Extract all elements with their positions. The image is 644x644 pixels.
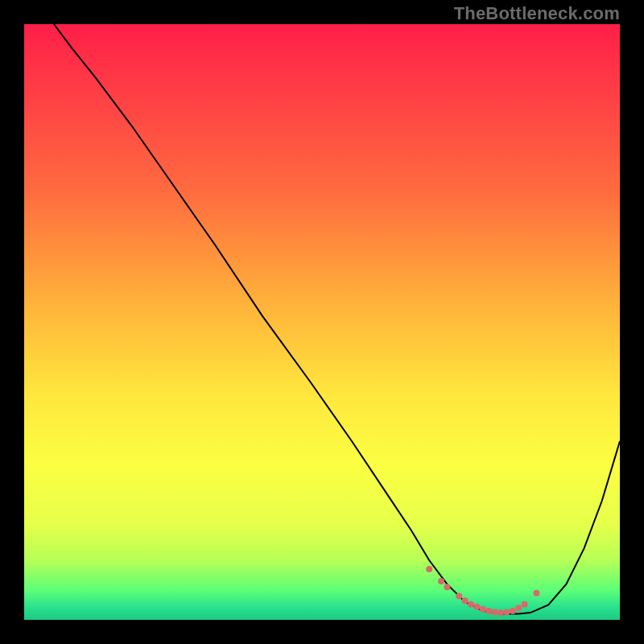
trough-marker-group — [426, 566, 539, 616]
trough-marker-dot — [510, 608, 516, 614]
trough-marker-dot — [497, 609, 504, 616]
bottleneck-curve-path — [54, 24, 620, 614]
trough-marker-dot — [503, 609, 510, 615]
trough-marker-dot — [492, 609, 498, 615]
chart-frame: TheBottleneck.com — [0, 0, 644, 644]
trough-marker-dot — [473, 604, 480, 610]
trough-marker-dot — [522, 601, 528, 608]
trough-marker-dot — [515, 605, 522, 611]
trough-marker-dot — [438, 578, 444, 584]
curve-svg — [24, 24, 620, 620]
trough-marker-dot — [533, 590, 539, 597]
trough-marker-dot — [468, 601, 474, 608]
trough-marker-dot — [426, 566, 432, 572]
trough-marker-dot — [485, 608, 492, 614]
trough-marker-dot — [456, 592, 462, 599]
watermark-text: TheBottleneck.com — [454, 3, 620, 24]
trough-marker-dot — [480, 606, 486, 613]
trough-marker-dot — [444, 584, 450, 590]
plot-area — [24, 24, 620, 620]
trough-marker-dot — [462, 597, 469, 604]
